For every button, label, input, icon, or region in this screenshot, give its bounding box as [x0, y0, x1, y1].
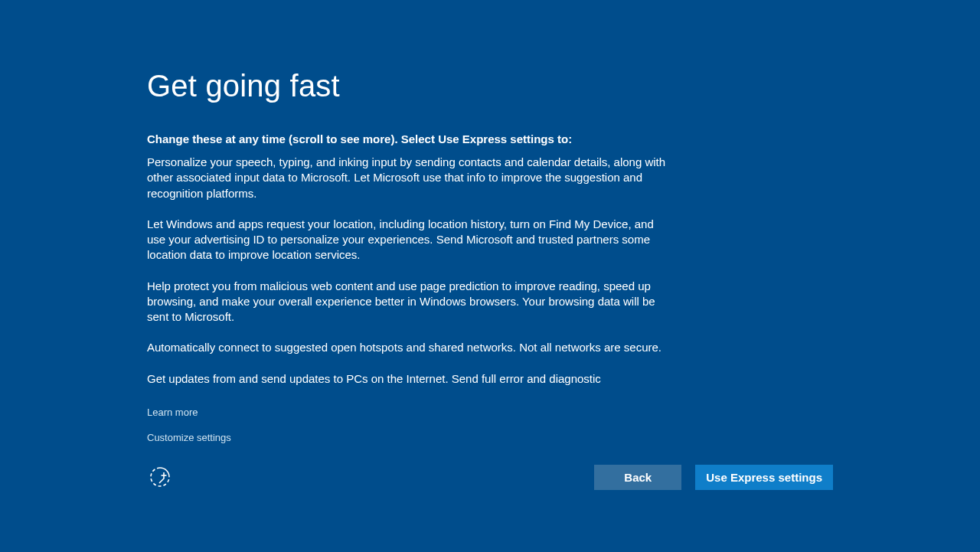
- settings-paragraph: Personalize your speech, typing, and ink…: [147, 155, 668, 201]
- settings-paragraph: Get updates from and send updates to PCs…: [147, 371, 668, 387]
- ease-of-access-icon[interactable]: [147, 464, 173, 490]
- settings-paragraph: Help protect you from malicious web cont…: [147, 279, 668, 325]
- learn-more-link[interactable]: Learn more: [147, 407, 231, 418]
- settings-scroll-area[interactable]: Personalize your speech, typing, and ink…: [147, 155, 668, 400]
- use-express-settings-button[interactable]: Use Express settings: [695, 465, 833, 490]
- page-title: Get going fast: [147, 69, 668, 103]
- settings-paragraph: Automatically connect to suggested open …: [147, 340, 668, 355]
- intro-text: Change these at any time (scroll to see …: [147, 132, 668, 145]
- settings-paragraph: Let Windows and apps request your locati…: [147, 217, 668, 263]
- back-button[interactable]: Back: [594, 465, 681, 490]
- customize-settings-link[interactable]: Customize settings: [147, 432, 231, 443]
